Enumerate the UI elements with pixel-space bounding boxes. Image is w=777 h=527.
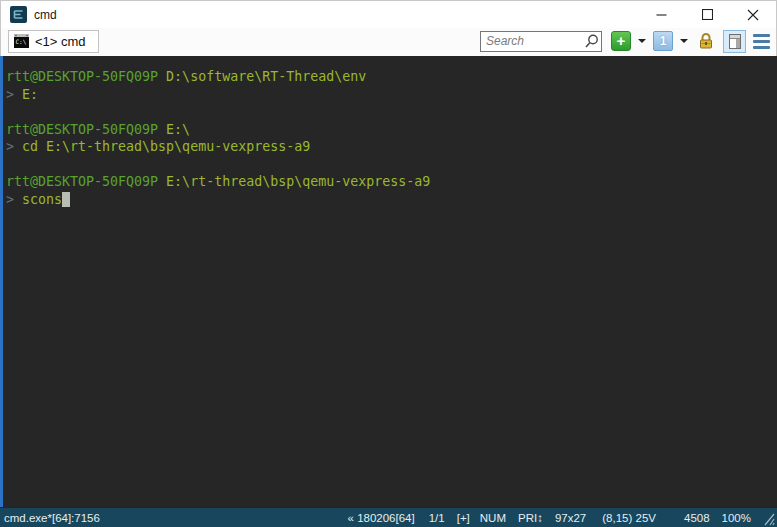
search-icon[interactable] bbox=[583, 33, 600, 50]
console-number: 1 bbox=[660, 34, 667, 48]
terminal-span-host: rtt@DESKTOP-50FQ09P bbox=[6, 174, 166, 189]
terminal-line: > E: bbox=[6, 86, 769, 104]
status-segment[interactable]: 97x27 bbox=[555, 512, 586, 524]
close-button[interactable] bbox=[730, 1, 776, 28]
terminal-span-prompt: > bbox=[6, 87, 22, 102]
terminal-output: rtt@DESKTOP-50FQ09P D:\software\RT-Threa… bbox=[0, 56, 777, 208]
status-segment[interactable]: 1/1 bbox=[429, 512, 445, 524]
active-console-button[interactable]: 1 bbox=[653, 31, 673, 51]
toolbar-controls: + 1 bbox=[611, 30, 770, 53]
main-menu-button[interactable] bbox=[753, 34, 770, 49]
lock-button[interactable] bbox=[695, 31, 716, 52]
terminal-span-cmd: cd E:\rt-thread\bsp\qemu-vexpress-a9 bbox=[22, 139, 310, 154]
terminal-line: rtt@DESKTOP-50FQ09P E:\ bbox=[6, 121, 769, 139]
titlebar[interactable]: cmd bbox=[0, 0, 777, 28]
status-segment[interactable]: (8,15) 25V bbox=[602, 512, 656, 524]
svg-text:C:\: C:\ bbox=[16, 38, 27, 45]
tab-cmd[interactable]: C:\ <1> cmd bbox=[8, 30, 99, 53]
terminal-line: > cd E:\rt-thread\bsp\qemu-vexpress-a9 bbox=[6, 138, 769, 156]
new-console-button[interactable]: + bbox=[611, 31, 631, 51]
terminal-line: rtt@DESKTOP-50FQ09P E:\rt-thread\bsp\qem… bbox=[6, 173, 769, 191]
terminal-span-host: rtt@DESKTOP-50FQ09P bbox=[6, 69, 166, 84]
status-segments: « 180206[64]1/1[+]NUMPRI↕97x27(8,15) 25V… bbox=[336, 512, 751, 524]
new-console-dropdown-icon[interactable] bbox=[638, 39, 646, 43]
status-segment[interactable]: PRI↕ bbox=[518, 512, 543, 524]
lock-icon bbox=[697, 32, 715, 50]
terminal-span-path: D:\software\RT-Thread\env bbox=[166, 69, 366, 84]
search-box bbox=[480, 31, 602, 52]
status-segment[interactable]: [+] bbox=[457, 512, 470, 524]
conemu-window: cmd C:\ <1> cmd bbox=[0, 0, 777, 527]
maximize-button[interactable] bbox=[684, 1, 730, 28]
terminal-span-path: E:\ bbox=[166, 122, 190, 137]
conemu-app-icon bbox=[10, 6, 27, 23]
terminal-span-cmd: E: bbox=[22, 87, 38, 102]
terminal-span-cursor bbox=[62, 192, 70, 207]
terminal-line: > scons bbox=[6, 191, 769, 209]
cmd-console-icon: C:\ bbox=[14, 34, 29, 48]
terminal-span-prompt: > bbox=[6, 192, 22, 207]
terminal-span-cmd: scons bbox=[22, 192, 62, 207]
window-title: cmd bbox=[34, 8, 57, 22]
terminal-area[interactable]: rtt@DESKTOP-50FQ09P D:\software\RT-Threa… bbox=[0, 56, 777, 507]
terminal-line: rtt@DESKTOP-50FQ09P D:\software\RT-Threa… bbox=[6, 68, 769, 86]
plus-icon: + bbox=[617, 33, 626, 48]
status-segment[interactable]: 4508 bbox=[684, 512, 710, 524]
panel-icon bbox=[729, 34, 741, 49]
terminal-span-path: E:\rt-thread\bsp\qemu-vexpress-a9 bbox=[166, 174, 430, 189]
minimize-icon bbox=[656, 9, 667, 20]
resize-grip[interactable] bbox=[761, 510, 775, 526]
terminal-span-prompt: > bbox=[6, 139, 22, 154]
console-list-dropdown-icon[interactable] bbox=[680, 39, 688, 43]
terminal-line bbox=[6, 103, 769, 121]
terminal-span-host: rtt@DESKTOP-50FQ09P bbox=[6, 122, 166, 137]
status-segment[interactable]: 100% bbox=[722, 512, 751, 524]
terminal-line bbox=[6, 156, 769, 174]
scroll-freeze-toggle-button[interactable] bbox=[723, 30, 746, 53]
status-process: cmd.exe*[64]:7156 bbox=[4, 512, 100, 524]
minimize-button[interactable] bbox=[638, 1, 684, 28]
status-bar: cmd.exe*[64]:7156 « 180206[64]1/1[+]NUMP… bbox=[0, 507, 777, 527]
status-segment[interactable]: « 180206[64] bbox=[348, 512, 415, 524]
maximize-icon bbox=[702, 9, 713, 20]
status-segment[interactable]: NUM bbox=[480, 512, 506, 524]
close-icon bbox=[747, 9, 759, 21]
tab-label: <1> cmd bbox=[35, 34, 86, 49]
scroll-indicator[interactable] bbox=[0, 56, 3, 507]
tab-bar: C:\ <1> cmd + 1 bbox=[0, 28, 777, 56]
hamburger-icon bbox=[753, 34, 770, 37]
